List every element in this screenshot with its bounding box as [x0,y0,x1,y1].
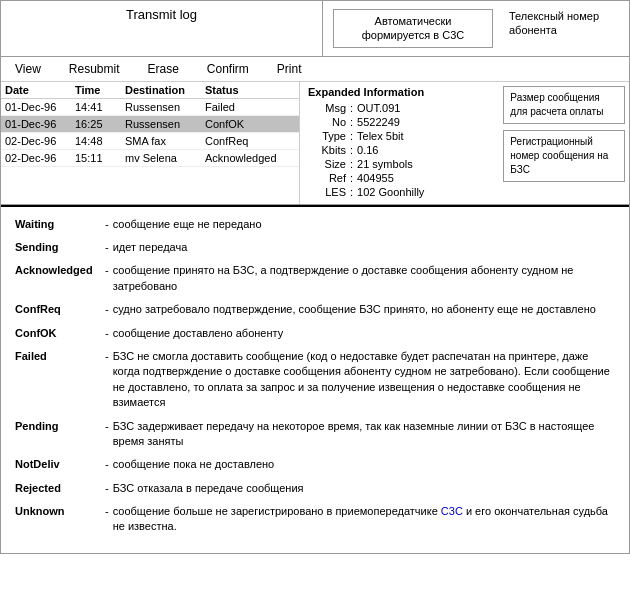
upper-panel: Date Time Destination Status 01-Dec-96 1… [1,82,629,204]
status-term: ConfOK [15,326,105,341]
info-value-kbits: 0.16 [357,144,378,156]
info-value-no: 5522249 [357,116,400,128]
info-row-msg: Msg : OUT.091 [308,102,491,114]
status-acknowledged: Acknowledged - сообщение принято на БЗС,… [15,263,615,294]
info-value-ref: 404955 [357,172,394,184]
info-row-les: LES : 102 Goonhilly [308,186,491,198]
info-row-ref: Ref : 404955 [308,172,491,184]
info-value-les: 102 Goonhilly [357,186,424,198]
row-time: 14:48 [75,135,125,147]
status-desc: БЗС задерживает передачу на некоторое вр… [113,419,615,450]
info-row-size: Size : 21 symbols [308,158,491,170]
table-header: Date Time Destination Status [1,82,299,99]
row-destination: Russensen [125,101,205,113]
status-desc: судно затребовало подтверждение, сообщен… [113,302,615,317]
info-value-msg: OUT.091 [357,102,400,114]
print-button[interactable]: Print [273,60,306,78]
status-rejected: Rejected - БЗС отказала в передаче сообщ… [15,481,615,496]
erase-button[interactable]: Erase [143,60,182,78]
table-row[interactable]: 01-Dec-96 14:41 Russensen Failed [1,99,299,116]
info-label-ref: Ref [308,172,346,184]
row-destination: SMA fax [125,135,205,147]
row-status: ConfReq [205,135,295,147]
col-date: Date [5,84,75,96]
reg-callout: Регистрационный номер сообщения на БЗС [503,130,625,182]
row-time: 15:11 [75,152,125,164]
status-desc: сообщение еще не передано [113,217,615,232]
status-waiting: Waiting - сообщение еще не передано [15,217,615,232]
top-section: Transmit log Автоматически формируется в… [1,1,629,205]
status-desc: сообщение пока не доставлено [113,457,615,472]
status-desc: сообщение доставлено абоненту [113,326,615,341]
status-term: Acknowledged [15,263,105,294]
resubmit-button[interactable]: Resubmit [65,60,124,78]
info-label-les: LES [308,186,346,198]
info-value-size: 21 symbols [357,158,413,170]
auto-form-box: Автоматически формируется в С3С [333,9,493,48]
row-date: 02-Dec-96 [5,152,75,164]
table-row[interactable]: 01-Dec-96 16:25 Russensen ConfOK [1,116,299,133]
row-date: 01-Dec-96 [5,101,75,113]
row-date: 01-Dec-96 [5,118,75,130]
row-destination: mv Selena [125,152,205,164]
row-status: Failed [205,101,295,113]
status-term: Rejected [15,481,105,496]
status-pending: Pending - БЗС задерживает передачу на не… [15,419,615,450]
status-confreq: ConfReq - судно затребовало подтверждени… [15,302,615,317]
header-row: Transmit log Автоматически формируется в… [1,1,629,57]
status-desc: БЗС не смогла доставить сообщение (код о… [113,349,615,411]
status-unknown: Unknown - сообщение больше не зарегистри… [15,504,615,535]
status-failed: Failed - БЗС не смогла доставить сообщен… [15,349,615,411]
table-row[interactable]: 02-Dec-96 15:11 mv Selena Acknowledged [1,150,299,167]
info-label-kbits: Kbits [308,144,346,156]
transmit-log-title: Transmit log [1,1,323,56]
col-status: Status [205,84,295,96]
row-destination: Russensen [125,118,205,130]
row-time: 14:41 [75,101,125,113]
status-term: Unknown [15,504,105,535]
expanded-info-title: Expanded Information [308,86,491,98]
status-term: Waiting [15,217,105,232]
size-callout: Размер сообщения для расчета оплаты [503,86,625,124]
bottom-section: Waiting - сообщение еще не передано Send… [1,205,629,553]
status-term: Sending [15,240,105,255]
info-label-size: Size [308,158,346,170]
view-button[interactable]: View [11,60,45,78]
row-time: 16:25 [75,118,125,130]
info-label-type: Type [308,130,346,142]
right-callouts: Размер сообщения для расчета оплаты Реги… [499,82,629,204]
info-label-no: No [308,116,346,128]
row-status: Acknowledged [205,152,295,164]
expanded-info: Expanded Information Msg : OUT.091 No : … [300,82,499,204]
status-term: Pending [15,419,105,450]
row-date: 02-Dec-96 [5,135,75,147]
col-destination: Destination [125,84,205,96]
message-table: Date Time Destination Status 01-Dec-96 1… [1,82,300,204]
info-value-type: Telex 5bit [357,130,403,142]
status-desc: сообщение больше не зарегистрировано в п… [113,504,615,535]
info-label-msg: Msg [308,102,346,114]
status-term: ConfReq [15,302,105,317]
table-row[interactable]: 02-Dec-96 14:48 SMA fax ConfReq [1,133,299,150]
status-notdeliv: NotDeliv - сообщение пока не доставлено [15,457,615,472]
status-term: Failed [15,349,105,411]
col-time: Time [75,84,125,96]
info-row-kbits: Kbits : 0.16 [308,144,491,156]
info-row-no: No : 5522249 [308,116,491,128]
row-status: ConfOK [205,118,295,130]
main-window: Transmit log Автоматически формируется в… [0,0,630,554]
info-row-type: Type : Telex 5bit [308,130,491,142]
status-desc: сообщение принято на БЗС, а подтверждени… [113,263,615,294]
status-term: NotDeliv [15,457,105,472]
toolbar: View Resubmit Erase Confirm Print [1,57,629,82]
status-sending: Sending - идет передача [15,240,615,255]
status-confok: ConfOK - сообщение доставлено абоненту [15,326,615,341]
c3c-link[interactable]: С3С [441,505,463,517]
telex-label: Телексный номер абонента [503,5,623,42]
status-desc: БЗС отказала в передаче сообщения [113,481,615,496]
status-desc: идет передача [113,240,615,255]
confirm-button[interactable]: Confirm [203,60,253,78]
